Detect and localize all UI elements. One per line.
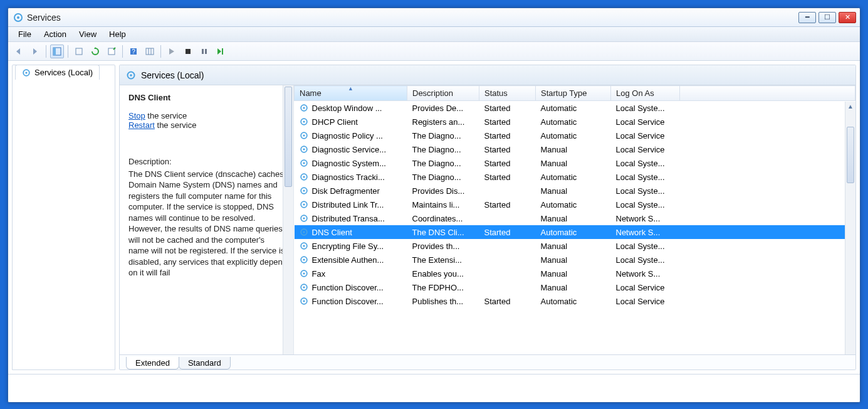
gear-icon: [300, 159, 308, 167]
table-row[interactable]: Function Discover...The FDPHO...ManualLo…: [295, 280, 855, 294]
cell-name: Diagnostic System...: [312, 159, 387, 168]
cell-description: The Diagno...: [407, 156, 479, 170]
table-row[interactable]: DNS ClientThe DNS Cli...StartedAutomatic…: [295, 225, 855, 239]
cell-logon: Network S...: [611, 211, 680, 225]
table-row[interactable]: FaxEnables you...ManualNetwork S...: [295, 267, 855, 280]
table-row[interactable]: Distributed Transa...Coordinates...Manua…: [295, 211, 855, 225]
table-row[interactable]: Desktop Window ...Provides De...StartedA…: [295, 101, 855, 115]
view-tabs: Extended Standard: [120, 354, 855, 369]
description-text: The DNS Client service (dnscache) caches…: [128, 169, 287, 278]
restart-service-link[interactable]: Restart: [128, 120, 155, 130]
menubar: File Action View Help: [8, 27, 860, 42]
detail-pane: DNS Client Stop the service Restart the …: [120, 85, 294, 354]
stop-service-button[interactable]: [181, 45, 195, 58]
cell-status: [479, 267, 536, 280]
nav-services-local[interactable]: Services (Local): [15, 65, 100, 80]
column-status[interactable]: Status: [479, 86, 536, 101]
columns-button[interactable]: [143, 45, 157, 58]
list-scroll-thumb[interactable]: [847, 127, 854, 183]
titlebar[interactable]: Services ━ ☐ ✕: [8, 8, 860, 27]
gear-icon: [22, 68, 31, 77]
cell-logon: Local Service: [611, 280, 680, 294]
svg-point-42: [303, 258, 305, 260]
cell-description: The Diagno...: [407, 142, 479, 156]
menu-action[interactable]: Action: [38, 28, 73, 40]
cell-name: Diagnostics Tracki...: [312, 173, 385, 182]
menu-help[interactable]: Help: [103, 28, 132, 40]
table-row[interactable]: Disk DefragmenterProvides Dis...ManualLo…: [295, 184, 855, 198]
cell-logon: Local Syste...: [611, 156, 680, 170]
gear-icon: [300, 255, 308, 264]
cell-logon: Local Syste...: [611, 170, 680, 184]
show-hide-tree-button[interactable]: [50, 45, 64, 58]
table-row[interactable]: Diagnostic Policy ...The Diagno...Starte…: [295, 129, 855, 142]
table-row[interactable]: Encrypting File Sy...Provides th...Manua…: [295, 239, 855, 253]
table-row[interactable]: Diagnostic Service...The Diagno...Starte…: [295, 142, 855, 156]
cell-name: Extensible Authen...: [312, 255, 384, 265]
column-logon-as[interactable]: Log On As: [611, 86, 680, 101]
export-list-button[interactable]: [72, 45, 86, 58]
cell-description: Publishes th...: [407, 294, 479, 308]
table-row[interactable]: Function Discover...Publishes th...Start…: [295, 294, 855, 308]
svg-text:?: ?: [132, 48, 135, 55]
cell-description: The DNS Cli...: [407, 225, 479, 239]
cell-logon: Local Syste...: [611, 253, 680, 267]
navigation-pane: Services (Local): [12, 65, 115, 370]
restart-service-button[interactable]: [214, 45, 227, 58]
table-row[interactable]: DHCP ClientRegisters an...StartedAutomat…: [295, 115, 855, 129]
cell-name: Desktop Window ...: [312, 104, 382, 113]
cell-startup: Manual: [536, 239, 611, 253]
cell-description: Maintains li...: [407, 198, 479, 211]
tab-extended[interactable]: Extended: [126, 357, 179, 369]
description-label: Description:: [128, 156, 287, 167]
back-button[interactable]: [12, 45, 26, 58]
maximize-button[interactable]: ☐: [818, 12, 836, 23]
table-row[interactable]: Extensible Authen...The Extensi...Manual…: [295, 253, 855, 267]
cell-startup: Manual: [536, 156, 611, 170]
cell-startup: Manual: [536, 253, 611, 267]
restart-service-line: Restart the service: [128, 120, 287, 130]
cell-description: Provides De...: [407, 101, 479, 115]
column-description[interactable]: Description: [407, 86, 479, 101]
gear-icon: [300, 214, 308, 223]
cell-name: Diagnostic Service...: [312, 145, 387, 154]
body-area: Services (Local) Services (Local) DNS Cl…: [8, 61, 860, 374]
tab-standard[interactable]: Standard: [179, 357, 231, 369]
column-name[interactable]: ▲Name: [295, 86, 407, 101]
detail-scroll-thumb[interactable]: [285, 87, 292, 187]
cell-logon: Local Syste...: [611, 184, 680, 198]
window-title: Services: [27, 13, 798, 23]
menu-view[interactable]: View: [73, 28, 103, 40]
help-button[interactable]: ?: [127, 45, 140, 58]
close-button[interactable]: ✕: [839, 12, 856, 23]
table-row[interactable]: Distributed Link Tr...Maintains li...Sta…: [295, 198, 855, 211]
svg-rect-3: [53, 48, 56, 55]
table-row[interactable]: Diagnostics Tracki...The Diagno...Starte…: [295, 170, 855, 184]
svg-point-26: [303, 148, 305, 150]
list-scrollbar[interactable]: ▲: [845, 102, 855, 354]
toolbar: ?: [8, 42, 860, 61]
svg-point-28: [303, 162, 305, 164]
cell-status: [479, 253, 536, 267]
minimize-button[interactable]: ━: [798, 12, 816, 23]
start-service-button[interactable]: [165, 45, 179, 58]
refresh-button[interactable]: [88, 45, 102, 58]
detail-scrollbar[interactable]: [283, 85, 293, 354]
scroll-up-icon[interactable]: ▲: [845, 102, 855, 110]
cell-status: Started: [479, 115, 536, 129]
table-row[interactable]: Diagnostic System...The Diagno...Started…: [295, 156, 855, 170]
menu-file[interactable]: File: [12, 28, 38, 40]
forward-button[interactable]: [28, 45, 42, 58]
svg-point-48: [303, 300, 305, 302]
properties-button[interactable]: [105, 45, 118, 58]
stop-service-link[interactable]: Stop: [128, 111, 145, 120]
cell-startup: Automatic: [536, 115, 611, 129]
cell-logon: Local Service: [611, 115, 680, 129]
cell-status: Started: [479, 142, 536, 156]
column-startup-type[interactable]: Startup Type: [536, 86, 611, 101]
gear-icon: [300, 145, 308, 154]
pause-service-button[interactable]: [197, 45, 211, 58]
cell-status: Started: [479, 225, 536, 239]
main-pane: Services (Local) DNS Client Stop the ser…: [119, 65, 856, 370]
gear-icon: [300, 131, 308, 140]
